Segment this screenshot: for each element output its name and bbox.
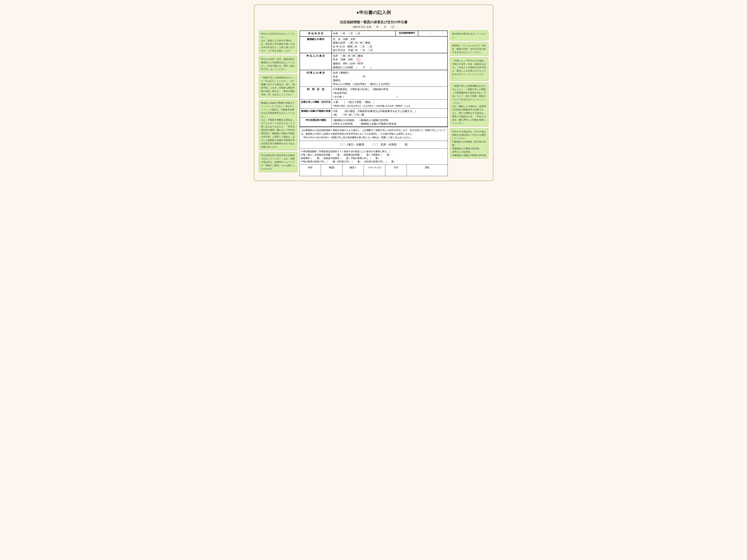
- seal-mark: 印: [356, 58, 360, 62]
- note-office: 申出先登記所の登記所名を具体的に記入してください。なお，管轄の登記所は，法務局ホ…: [259, 152, 297, 172]
- label-deceased: 被相続人の表示: [300, 36, 332, 53]
- row-purpose: 利 用 目 的 ☑不動産登記 ☑預貯金の払戻し □相続税の申告 □年金等手続 □…: [300, 87, 447, 100]
- left-notes: 申出をする年月日を記入してください。なお，郵送による申出の場合には，登記所に申出…: [259, 30, 297, 172]
- note-office-text: 申出先登記所の登記所名を具体的に記入してください。なお，管轄の登記所は，法務局ホ…: [261, 154, 295, 170]
- stamp-ukryo: 受領: [300, 165, 321, 176]
- row-applicant: 申 出 人 の 表 示 住所 〇県〇市〇町〇番地 氏名 法務 次郎 印 連絡先 …: [300, 53, 447, 70]
- note-copies-right-text: 一覧図の写しの必要通数を記入するとともに，一覧図の写しの受取（戸籍謄膳抄本の返却…: [452, 85, 486, 125]
- label-property: 被相続人名義の不動産の有無: [300, 108, 332, 117]
- bottom-text-section: 上記被相続人の法定相続情報一覧図を別添のとおり提出し，上記通数の一覧図の写しの交…: [300, 127, 448, 141]
- note-deceased-right-text: 被相続人（亡くなられた方）の氏名，最後の住所，生年月日及び死亡年月日を記入してく…: [452, 44, 486, 54]
- note-applicant: 申出人の住所，氏名，連絡先及び被相続人との続柄を記入してください。氏名の横には，…: [259, 56, 297, 73]
- note-date: 申出をする年月日を記入してください。なお，郵送による申出の場合には，登記所に申出…: [259, 30, 297, 54]
- note-registry-right: 申出をする登記所は，以下の地を管轄する登記所のいずれかを選択してください。①被相…: [450, 128, 488, 159]
- note-copies-right: 一覧図の写しの必要通数を記入するとともに，一覧図の写しの受取（戸籍謄膳抄本の返却…: [450, 83, 488, 127]
- form-table: 申 出 年 月 日 令和 〇年 〇月 〇日 法定相続情報番号 － － 被相続人の…: [300, 30, 448, 127]
- right-notes: 黒太枠内の事項を記入してください。 被相続人（亡くなられた方）の氏名，最後の住所…: [450, 30, 488, 159]
- stamp-kofu: 交付: [385, 165, 407, 176]
- note-registry-right-text: 申出をする登記所は，以下の地を管轄する登記所のいずれかを選択してください。①被相…: [452, 130, 486, 157]
- row-deceased: 被相続人の表示 氏 名 法務 太郎 最後の住所 〇県〇市〇町〇番地 生 年 月 …: [300, 36, 447, 53]
- content-applicant: 住所 〇県〇市〇町〇番地 氏名 法務 次郎 印 連絡先 090－1234－567…: [332, 53, 447, 70]
- main-layout: 申出をする年月日を記入してください。なお，郵送による申出の場合には，登記所に申出…: [259, 30, 488, 176]
- label-copies: 必要な写しの通数・交付方法: [300, 99, 332, 108]
- note-bold-text: 黒太枠内の事項を記入してください。: [452, 32, 486, 38]
- content-property: ☑有 （有の場合，不動産所在事項又は不動産番号を以下に記載する。） □無 〇市〇…: [332, 108, 447, 117]
- footer-note: ※受領確認書類（不動産登記規則第２４７条第６項の規定により返却する書類に限る。）…: [300, 149, 448, 165]
- row-agent: 代 理 人 の 表 示 住所（事務所） 氏名 印 連絡先 － － 申出人との関係…: [300, 70, 447, 87]
- content-purpose: ☑不動産登記 ☑預貯金の払戻し □相続税の申告 □年金等手続 □その他（ ）: [332, 87, 447, 100]
- form-title: 法定相続情報一覧図の保管及び交付の申出書: [259, 20, 488, 24]
- row-registry: 申出先登記所の種別 □被相続人の本籍地 □被相続人の最後の住所地 ☑申出人の住所…: [300, 117, 447, 127]
- note-property: 被相続人名義の不動産の有無をチェック✓してください。有をチェック✓した場合は，不…: [259, 100, 297, 150]
- label-applicant: 申 出 人 の 表 示: [300, 53, 332, 70]
- row-copies: 必要な写しの通数・交付方法 ４通 （ □窓口で受取 □郵送 ） ※郵送の場合，送…: [300, 99, 447, 108]
- label-info-num: 法定相続情報番号: [395, 31, 418, 36]
- outer-container: ●申出書の記入例 法定相続情報一覧図の保管及び交付の申出書 （補完年月日 令和 …: [254, 4, 493, 181]
- note-agent-right-text: （代理によって申出をする場合）代理人の住所，氏名，連絡先を記入し，申出人との関係…: [452, 59, 486, 79]
- label-shinsei: 申 出 年 月 日: [300, 31, 332, 36]
- note-purpose-text: 一覧図の写しの利用目的をチェック✓又は記入してください。その他欄に記入する場合は…: [261, 76, 295, 96]
- destination-row: 〇〇（地方）法務局 〇〇 支局・出張所 宛: [300, 141, 448, 149]
- content-deceased: 氏 名 法務 太郎 最後の住所 〇県〇市〇町〇番地 生 年 月 日 昭和〇年 〇…: [332, 36, 447, 53]
- note-property-text: 被相続人名義の不動産の有無をチェック✓してください。有をチェック✓した場合は，不…: [261, 102, 295, 148]
- label-agent: 代 理 人 の 表 示: [300, 70, 332, 87]
- stamps-row: 受領 確認1 確認２ スキャナ入力 交付 受取: [300, 165, 448, 176]
- note-agent-right: （代理によって申出をする場合）代理人の住所，氏名，連絡先を記入し，申出人との関係…: [450, 57, 488, 81]
- form-subtitle: （補完年月日 令和 年 月 日）: [259, 25, 488, 29]
- content-copies: ４通 （ □窓口で受取 □郵送 ） ※郵送の場合，送付先は申出人（又は代理人）の…: [332, 99, 447, 108]
- content-shinsei: 令和 〇年 〇月 〇日: [332, 31, 395, 36]
- label-registry: 申出先登記所の種別: [300, 117, 332, 127]
- label-purpose: 利 用 目 的: [300, 87, 332, 100]
- note-bold: 黒太枠内の事項を記入してください。: [450, 30, 488, 41]
- bottom-text: 上記被相続人の法定相続情報一覧図を別添のとおり提出し，上記通数の一覧図の写しの交…: [301, 129, 446, 139]
- stamp-scanner: スキャナ入力: [364, 165, 385, 176]
- row-shinsei: 申 出 年 月 日 令和 〇年 〇月 〇日 法定相続情報番号 － －: [300, 31, 447, 36]
- content-registry: □被相続人の本籍地 □被相続人の最後の住所地 ☑申出人の住所地 □被相続人名義の…: [332, 117, 447, 127]
- center-form: 申 出 年 月 日 令和 〇年 〇月 〇日 法定相続情報番号 － － 被相続人の…: [300, 30, 448, 176]
- footer-note-text: ※受領確認書類（不動産登記規則第２４７条第６項の規定により返却する書類に限る。）…: [301, 150, 396, 163]
- content-agent: 住所（事務所） 氏名 印 連絡先 － － 申出人との関係 □法定代理人 □委任に…: [332, 70, 447, 87]
- destination-text: 〇〇（地方）法務局 〇〇 支局・出張所 宛: [340, 143, 408, 146]
- note-applicant-text: 申出人の住所，氏名，連絡先及び被相続人との続柄を記入してください。氏名の横には，…: [261, 58, 295, 71]
- note-date-text: 申出をする年月日を記入してください。なお，郵送による申出の場合には，登記所に申出…: [261, 32, 295, 52]
- stamp-kakunin1: 確認1: [321, 165, 342, 176]
- stamp-uketori: 受取: [407, 165, 447, 176]
- note-purpose: 一覧図の写しの利用目的をチェック✓又は記入してください。その他欄に記入する場合は…: [259, 74, 297, 98]
- content-info-num: － －: [418, 31, 447, 36]
- stamp-kakunin2: 確認２: [342, 165, 364, 176]
- note-deceased-right: 被相続人（亡くなられた方）の氏名，最後の住所，生年月日及び死亡年月日を記入してく…: [450, 42, 488, 56]
- row-property: 被相続人名義の不動産の有無 ☑有 （有の場合，不動産所在事項又は不動産番号を以下…: [300, 108, 447, 117]
- page-title: ●申出書の記入例: [259, 9, 488, 16]
